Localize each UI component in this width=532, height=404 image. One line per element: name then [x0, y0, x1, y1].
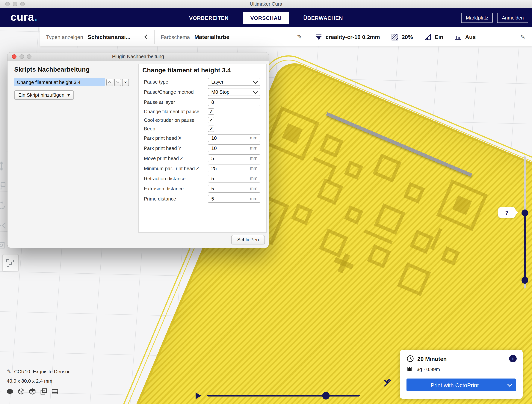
- select-value: Layer: [211, 79, 223, 85]
- field-row: Pause type Layer: [139, 78, 266, 86]
- per-model-settings-icon[interactable]: [0, 241, 6, 250]
- field-row: Minimum par...rint head Z mm: [139, 165, 266, 172]
- view-3d-icon[interactable]: [7, 388, 13, 395]
- field-label: Pause at layer: [144, 99, 208, 105]
- tab-monitor[interactable]: ÜBERWACHEN: [302, 12, 344, 24]
- pencil-icon[interactable]: ✎: [297, 33, 302, 40]
- field-row: Prime distance mm: [139, 195, 266, 203]
- scale-tool-icon[interactable]: [0, 181, 6, 191]
- color-scheme-label: Farbschema: [161, 34, 190, 40]
- script-name[interactable]: Change filament at height 3.4: [14, 78, 105, 86]
- dialog-close-action-button[interactable]: Schließen: [231, 235, 265, 244]
- field-label: Move print head Z: [144, 155, 208, 161]
- scripts-heading: Skripts Nachbearbeitung: [14, 66, 134, 73]
- stairs-icon: [5, 257, 16, 269]
- cool-extruder-checkbox[interactable]: ✓: [208, 117, 214, 123]
- layer-slider-upper-handle[interactable]: [521, 210, 528, 216]
- tab-preview[interactable]: VORSCHAU: [243, 12, 289, 24]
- app-window: Ultimaker Cura cura. VORBEREITEN VORSCHA…: [0, 0, 532, 404]
- close-icon: ×: [124, 80, 127, 85]
- clock-icon: [406, 355, 414, 362]
- field-row: Cool extruder on pause ✓: [139, 117, 266, 123]
- timeline-track[interactable]: [207, 395, 360, 397]
- pause-at-layer-input[interactable]: [211, 99, 257, 105]
- marketplace-button[interactable]: Marktplatz: [461, 13, 493, 23]
- mirror-tool-icon[interactable]: [0, 221, 6, 231]
- script-list-item[interactable]: Change filament at height 3.4 ×: [14, 78, 129, 86]
- prime-distance-input[interactable]: [211, 196, 257, 202]
- field-row: Move print head Z mm: [139, 154, 266, 162]
- move-tool-icon[interactable]: [0, 161, 6, 171]
- object-dimensions: 40.0 x 80.0 x 2.4 mm: [7, 378, 70, 384]
- move-head-z-input[interactable]: [211, 155, 257, 161]
- view-type-label: Typen anzeigen: [46, 34, 83, 40]
- add-script-button[interactable]: Ein Skript hinzufügen ▾: [14, 90, 74, 100]
- field-label: Pause/Change method: [144, 89, 208, 95]
- tab-prepare[interactable]: VORBEREITEN: [188, 12, 230, 24]
- wrench-icon[interactable]: [383, 378, 392, 389]
- field-label: Prime distance: [144, 196, 208, 202]
- print-settings-summary[interactable]: creality-cr-10 0.2mm 20% Ein Aus ✎: [308, 27, 532, 46]
- material-row: 3g · 0.99m: [406, 366, 440, 372]
- filament-icon: [406, 366, 413, 372]
- view-type-selector[interactable]: Typen anzeigen Schichtenansi...: [40, 27, 154, 46]
- view-toolbar: Typen anzeigen Schichtenansi... Farbsche…: [40, 27, 532, 46]
- dialog-title: Plugin Nachbearbeitung: [7, 54, 269, 59]
- layer-number-value: 7: [505, 209, 509, 216]
- logo-text: cura: [11, 11, 34, 23]
- adhesion-value: Aus: [465, 34, 476, 40]
- pause-type-select[interactable]: Layer: [208, 78, 260, 86]
- park-head-y-input[interactable]: [211, 145, 257, 151]
- play-button[interactable]: [196, 392, 201, 399]
- window-title: Ultimaker Cura: [0, 1, 532, 7]
- printer-profile-value: creality-cr-10 0.2mm: [326, 34, 380, 40]
- stage-tabs: VORBEREITEN VORSCHAU ÜBERWACHEN: [188, 8, 344, 27]
- change-filament-checkbox[interactable]: ✓: [208, 108, 214, 115]
- check-icon: ✓: [209, 126, 213, 131]
- remove-script-button[interactable]: ×: [122, 78, 129, 86]
- print-time-value: 20 Minuten: [417, 355, 447, 362]
- adhesion-icon: [455, 33, 462, 41]
- park-head-x-input[interactable]: [211, 135, 257, 141]
- field-label: Beep: [144, 126, 208, 132]
- view-side-icon[interactable]: [40, 388, 47, 395]
- pencil-icon[interactable]: ✎: [520, 33, 525, 40]
- print-with-octoprint-button[interactable]: Print with OctoPrint: [406, 378, 516, 391]
- print-time-row: 20 Minuten: [406, 355, 447, 362]
- info-icon[interactable]: i: [509, 355, 517, 362]
- field-row: Retraction distance mm: [139, 175, 266, 183]
- retraction-distance-input[interactable]: [211, 176, 257, 181]
- sign-in-button[interactable]: Anmelden: [497, 13, 528, 23]
- view-top-icon[interactable]: [29, 388, 36, 395]
- field-row: Pause/Change method M0 Stop: [139, 88, 266, 96]
- print-options-caret[interactable]: [503, 378, 516, 391]
- move-script-up-button[interactable]: [106, 78, 113, 86]
- layer-slider-lower-handle[interactable]: [521, 277, 528, 284]
- chevron-left-icon[interactable]: [144, 34, 149, 39]
- check-icon: ✓: [209, 118, 213, 122]
- chevron-down-icon: [253, 79, 258, 83]
- pause-method-select[interactable]: M0 Stop: [208, 88, 260, 96]
- camera-view-buttons: [7, 388, 70, 395]
- cura-logo: cura.: [11, 11, 38, 23]
- rotate-tool-icon[interactable]: [0, 201, 6, 211]
- layer-slider-track[interactable]: [524, 156, 526, 289]
- view-front-icon[interactable]: [18, 388, 24, 395]
- field-label: Minimum par...rint head Z: [144, 166, 208, 171]
- extrusion-distance-input[interactable]: [211, 186, 257, 192]
- color-scheme-selector[interactable]: Farbschema Materialfarbe ✎: [155, 27, 308, 46]
- dropdown-caret-icon: ▾: [67, 92, 70, 98]
- field-label: Extrusion distance: [144, 186, 208, 192]
- move-script-down-button[interactable]: [114, 78, 121, 86]
- field-row: Park print head X mm: [139, 134, 266, 142]
- timeline-handle[interactable]: [322, 392, 330, 399]
- field-label: Change filament at pause: [144, 109, 208, 114]
- view-layers-icon[interactable]: [52, 388, 58, 395]
- dialog-titlebar[interactable]: Plugin Nachbearbeitung: [7, 52, 269, 61]
- chevron-down-icon: [116, 80, 119, 83]
- beep-checkbox[interactable]: ✓: [208, 126, 214, 132]
- rename-pencil-icon[interactable]: ✎: [7, 368, 11, 374]
- min-park-head-z-input[interactable]: [211, 166, 257, 171]
- printhead-icon: [315, 33, 323, 41]
- support-blocker-button[interactable]: [2, 254, 19, 271]
